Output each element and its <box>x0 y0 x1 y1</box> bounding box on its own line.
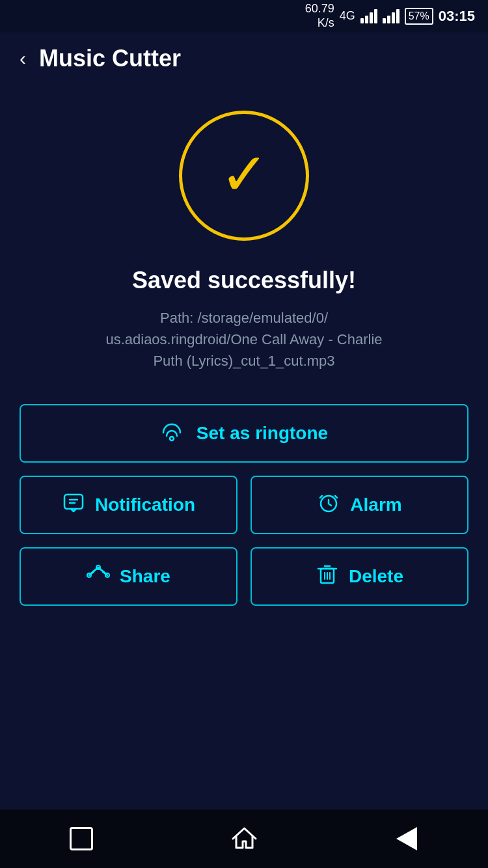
file-path: Path: /storage/emulated/0/ us.adiaos.rin… <box>92 307 395 372</box>
checkmark-icon: ✓ <box>220 145 269 204</box>
back-button[interactable]: ‹ <box>20 47 26 70</box>
status-bar: 60.79K/s 4G 57% 03:15 <box>0 0 488 33</box>
back-icon <box>396 827 417 850</box>
svg-rect-1 <box>64 495 83 509</box>
main-content: ✓ Saved successfully! Path: /storage/emu… <box>0 85 488 809</box>
notification-icon <box>62 491 85 519</box>
signal-strength-1 <box>360 9 377 23</box>
share-button[interactable]: Share <box>20 547 237 606</box>
action-buttons: Set as ringtone Notification <box>20 404 468 606</box>
network-speed: 60.79K/s <box>305 2 334 30</box>
ringtone-icon <box>160 419 183 448</box>
share-label: Share <box>120 566 170 587</box>
notification-alarm-row: Notification Alarm <box>20 476 468 534</box>
page-title: Music Cutter <box>39 45 181 72</box>
back-button-nav[interactable] <box>390 822 423 855</box>
delete-icon <box>316 562 339 591</box>
delete-label: Delete <box>349 566 403 587</box>
notification-label: Notification <box>95 495 195 515</box>
battery-indicator: 57% <box>405 8 433 25</box>
home-button[interactable] <box>228 822 260 855</box>
recent-apps-icon <box>70 827 93 850</box>
notification-button[interactable]: Notification <box>20 476 237 534</box>
set-ringtone-label: Set as ringtone <box>197 423 328 444</box>
bottom-navigation <box>0 809 488 868</box>
alarm-icon <box>317 491 340 519</box>
delete-button[interactable]: Delete <box>251 547 468 606</box>
home-icon <box>230 824 259 854</box>
share-delete-row: Share Delete <box>20 547 468 606</box>
alarm-button[interactable]: Alarm <box>251 476 468 534</box>
success-title: Saved successfully! <box>132 267 356 294</box>
recent-apps-button[interactable] <box>65 822 98 855</box>
network-type: 4G <box>340 9 355 23</box>
set-ringtone-button[interactable]: Set as ringtone <box>20 404 468 463</box>
status-time: 03:15 <box>439 8 475 25</box>
share-icon <box>87 562 110 591</box>
app-header: ‹ Music Cutter <box>0 33 488 85</box>
signal-strength-2 <box>383 9 400 23</box>
svg-point-0 <box>170 437 174 441</box>
success-circle: ✓ <box>179 111 309 241</box>
alarm-label: Alarm <box>350 495 401 515</box>
